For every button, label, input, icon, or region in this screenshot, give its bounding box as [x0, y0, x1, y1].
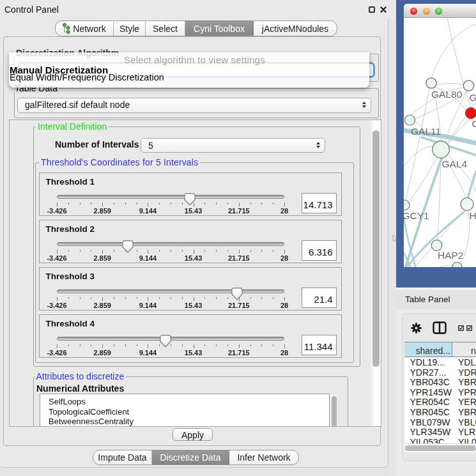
svg-text:GCY1: GCY1 [404, 210, 429, 221]
svg-text:CR: CR [472, 118, 476, 129]
svg-text:GAL11: GAL11 [411, 126, 441, 137]
svg-text:GAL80: GAL80 [431, 89, 463, 100]
svg-text:HAP2: HAP2 [438, 250, 464, 261]
svg-text:GAL4: GAL4 [442, 158, 468, 169]
svg-text:HA: HA [470, 210, 476, 221]
svg-text:GA: GA [470, 92, 476, 103]
